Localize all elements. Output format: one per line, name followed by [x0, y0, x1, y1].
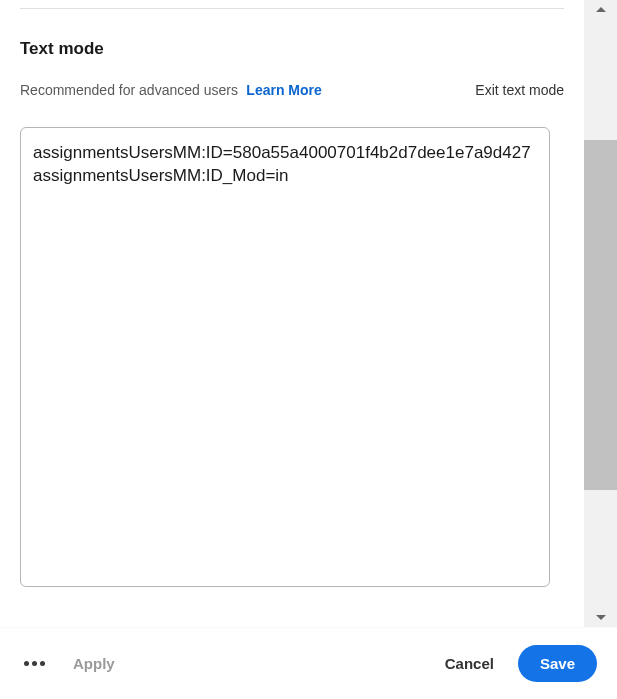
vertical-scrollbar — [584, 0, 617, 627]
main-panel: Text mode Recommended for advanced users… — [0, 0, 584, 699]
more-options-button[interactable] — [20, 657, 49, 670]
section-title: Text mode — [20, 39, 564, 59]
scrollbar-thumb[interactable] — [584, 140, 617, 490]
subheader-row: Recommended for advanced users Learn Mor… — [20, 81, 564, 99]
text-mode-editor[interactable] — [20, 127, 550, 587]
recommended-group: Recommended for advanced users Learn Mor… — [20, 81, 322, 99]
bottom-left-group: Apply — [20, 655, 115, 672]
more-icon — [32, 661, 37, 666]
chevron-down-icon — [595, 614, 607, 622]
divider — [20, 8, 564, 9]
apply-button[interactable]: Apply — [73, 655, 115, 672]
exit-text-mode-link[interactable]: Exit text mode — [475, 82, 564, 98]
scroll-down-button[interactable] — [584, 609, 617, 627]
bottom-action-bar: Apply Cancel Save — [0, 627, 617, 699]
more-icon — [40, 661, 45, 666]
bottom-right-group: Cancel Save — [445, 645, 597, 682]
chevron-up-icon — [595, 5, 607, 13]
learn-more-link[interactable]: Learn More — [246, 82, 321, 98]
scroll-up-button[interactable] — [584, 0, 617, 18]
more-icon — [24, 661, 29, 666]
save-button[interactable]: Save — [518, 645, 597, 682]
cancel-button[interactable]: Cancel — [445, 655, 494, 672]
recommended-text: Recommended for advanced users — [20, 82, 238, 98]
